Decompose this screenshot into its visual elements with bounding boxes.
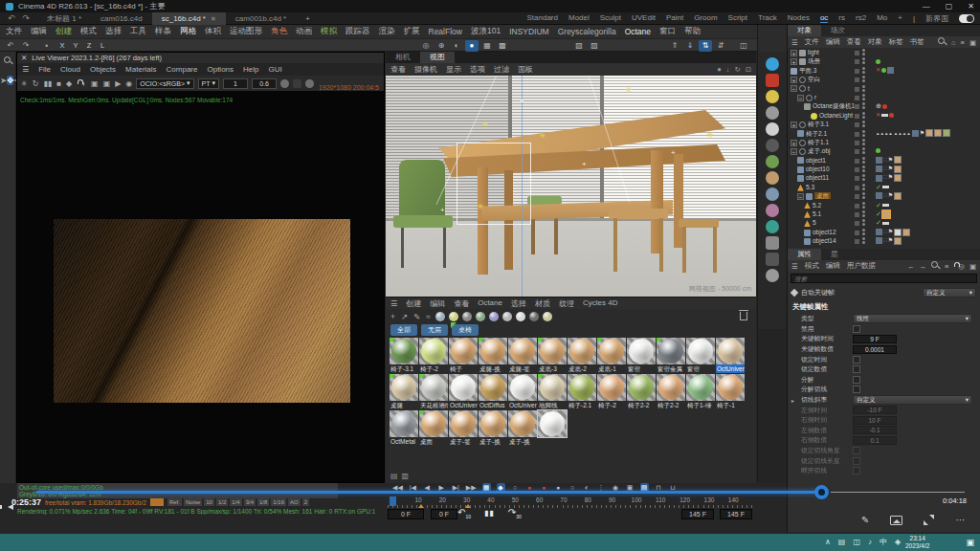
notification-icon[interactable]: ▣ (966, 538, 974, 547)
hamburger-icon[interactable]: ☰ (390, 299, 397, 308)
render-circle-icon[interactable] (280, 79, 289, 88)
attribute-manager-icon[interactable]: ← (907, 262, 915, 271)
material-preset-icon[interactable] (489, 312, 499, 321)
tag-x[interactable]: ✕ (876, 111, 880, 120)
material-preset-icon[interactable] (502, 312, 512, 321)
noise-chip[interactable]: 2 (302, 498, 309, 506)
material-menu-item[interactable]: 选择 (511, 298, 526, 309)
layout-preset[interactable]: rs (838, 13, 845, 23)
ocio-dropdown[interactable]: OCIO:<sRGB>▾ (136, 78, 193, 89)
tag-dotg[interactable] (876, 59, 880, 64)
viewport-menu-item[interactable]: 过滤 (494, 64, 509, 75)
material-thumbnail[interactable]: 桌腿-换 (479, 338, 507, 364)
object-label[interactable]: 空白 (808, 76, 820, 82)
octane-strip-icon[interactable] (766, 220, 779, 233)
material-name[interactable]: 桌腿-换 (479, 364, 507, 373)
attribute-select[interactable]: 线性▾ (853, 314, 972, 323)
live-viewer-menu-item[interactable]: Help (243, 65, 258, 74)
current-frame-field[interactable]: 0 F (431, 509, 457, 519)
object-manager-menu-item[interactable]: 标签 (889, 37, 903, 47)
hamburger-icon[interactable]: ☰ (791, 262, 798, 271)
attribute-field[interactable]: 9 F (853, 335, 897, 343)
window-control-button[interactable]: ▢ (946, 2, 953, 11)
material-name[interactable]: 桌腿 (390, 401, 418, 409)
tree-row[interactable]: +椅子3.1 (788, 120, 980, 128)
material-thumbnail[interactable]: 椅子-2.1 (568, 374, 596, 401)
expand-toggle[interactable]: + (791, 58, 797, 65)
toolbar-icon[interactable]: ● (465, 40, 479, 52)
material-thumbnail[interactable]: 窗帘金属 (657, 338, 685, 364)
viewport-icon[interactable]: ↓ (726, 65, 730, 74)
attribute-manager-icon[interactable]: → (919, 262, 926, 271)
keyframe-preset-dropdown[interactable]: 自定义▾ (923, 288, 976, 298)
octane-strip-icon[interactable] (766, 106, 779, 120)
material-thumbnail[interactable]: 椅子-2 (419, 338, 448, 364)
document-tab[interactable]: 未标题 1 *✕ (37, 12, 91, 25)
material-preset-icon[interactable] (516, 312, 525, 321)
noise-chip[interactable]: Ref. (167, 498, 182, 506)
attribute-checkbox[interactable] (853, 356, 860, 364)
document-tab[interactable]: sc_16b.c4d *✕ (152, 12, 226, 25)
visibility-dots[interactable] (862, 192, 865, 199)
material-menu-item[interactable]: 材质 (535, 298, 550, 309)
noise-chip[interactable]: Noise (184, 498, 202, 506)
material-name[interactable]: OctUniver (716, 364, 745, 373)
menu-item[interactable]: Octane (625, 27, 651, 36)
octane-strip-icon[interactable] (766, 90, 779, 103)
tag-flag[interactable]: ⚑ (888, 156, 893, 165)
menu-item[interactable]: 创建 (56, 26, 72, 37)
expand-toggle[interactable]: − (797, 95, 804, 101)
menu-item[interactable]: 运动图形 (230, 26, 262, 37)
noise-chip[interactable]: 10 (204, 498, 214, 506)
tree-row[interactable]: +light (788, 48, 980, 56)
tag-thumb[interactable] (894, 237, 902, 245)
material-menu-item[interactable]: 创建 (406, 298, 421, 309)
taskbar-clock[interactable]: 23:14 2023/4/2 (905, 535, 929, 550)
expand-toggle[interactable]: − (797, 193, 804, 200)
toolbar-icon[interactable]: ▪ (40, 40, 54, 52)
toolbar-icon[interactable]: ▨ (588, 40, 601, 52)
attribute-menu-item[interactable]: 模式 (805, 261, 819, 271)
expand-icon[interactable] (924, 515, 934, 525)
tag-check[interactable]: ✓ (876, 183, 881, 191)
material-thumbnail[interactable]: 地脚线 (538, 374, 567, 401)
material-thumbnail[interactable]: OctUniver (508, 374, 537, 401)
attribute-checkbox[interactable] (853, 467, 860, 474)
object-label[interactable]: r (814, 94, 816, 100)
object-label[interactable]: object11 (806, 174, 829, 181)
layout-preset[interactable]: Model (568, 13, 590, 23)
tag-flag[interactable]: ⚑ (888, 165, 893, 173)
layout-preset[interactable]: rs2 (856, 13, 866, 23)
viewport-menu-item[interactable]: 摄像机 (414, 64, 437, 75)
toolbar-icon[interactable]: Z (82, 40, 96, 52)
octane-strip-icon[interactable] (766, 269, 779, 282)
layout-preset[interactable]: Sculpt (600, 13, 621, 23)
tag-thumb[interactable] (894, 156, 902, 164)
attribute-checkbox[interactable] (853, 457, 860, 465)
material-name[interactable]: 桌底-3 (538, 364, 567, 373)
tool-icon[interactable] (4, 57, 12, 67)
tag-thumb[interactable] (894, 174, 902, 182)
live-viewer-menu-item[interactable]: GUI (268, 65, 281, 74)
tag-check[interactable]: ✓ (876, 209, 881, 218)
material-menu-item[interactable]: Octane (478, 298, 502, 309)
tree-row[interactable]: 5 ✓ (788, 218, 980, 227)
toolbar-icon[interactable]: ↶ (4, 40, 17, 52)
new-layout-button[interactable]: 新界面 (925, 13, 948, 24)
tag-thumb[interactable] (925, 129, 933, 137)
noise-chip[interactable]: 3/4 (244, 498, 256, 506)
tray-icon[interactable]: ◫ (853, 538, 860, 547)
material-name[interactable]: 椅子-2 (419, 364, 448, 373)
visibility-dots[interactable] (862, 121, 865, 127)
toolbar-icon[interactable]: X (56, 40, 69, 52)
toolbar-icon[interactable]: ▦ (480, 40, 494, 52)
object-manager-menu-item[interactable]: 查看 (847, 37, 861, 47)
material-menu-item[interactable]: 纹理 (559, 298, 574, 309)
layout-preset[interactable]: Track (758, 13, 777, 23)
material-name[interactable]: 窗帘 (686, 364, 715, 373)
material-thumbnail[interactable]: OctUniver (449, 374, 478, 401)
material-thumbnail[interactable]: 天花板墙纸 (419, 374, 448, 401)
material-thumbnail[interactable]: OctDiffus (479, 374, 507, 401)
material-thumbnail[interactable]: 桌子-换 (508, 410, 537, 437)
layout-preset[interactable]: UVEdit (632, 13, 656, 23)
